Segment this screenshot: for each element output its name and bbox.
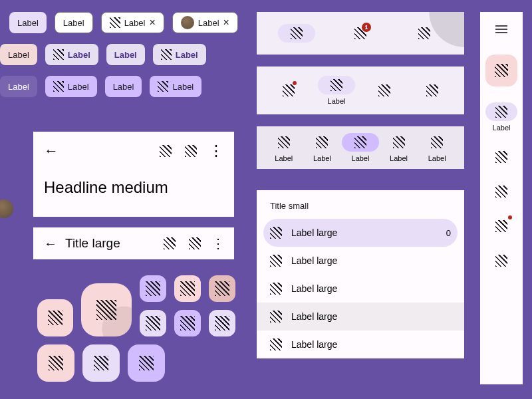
fab-icon (139, 356, 154, 370)
headline: Headline medium (33, 160, 234, 197)
nav-icon (378, 84, 390, 96)
nav-label: Label (328, 97, 346, 105)
chip[interactable]: Label (45, 76, 97, 97)
nav-icon (393, 136, 405, 148)
top-app-bar-medium: ← ⋮ Headline medium (33, 132, 234, 217)
rail-fab[interactable] (485, 55, 517, 86)
more-vert-icon[interactable]: ⋮ (203, 142, 229, 160)
nav-item[interactable]: 1 (342, 24, 379, 43)
chip[interactable]: Label (9, 12, 47, 33)
fab[interactable] (37, 299, 73, 336)
list-icon (270, 227, 282, 239)
chip-label: Label (176, 50, 198, 60)
chip[interactable]: Label (106, 44, 145, 65)
chip-label: Label (63, 18, 84, 28)
rail-item[interactable] (485, 148, 517, 166)
list-label: Label large (291, 311, 337, 322)
fab-icon (94, 356, 108, 370)
action-icon[interactable] (160, 145, 172, 157)
chip[interactable]: Label (45, 44, 98, 65)
chip[interactable]: Label (153, 44, 206, 65)
nav-item[interactable]: Label (418, 133, 456, 162)
nav-item[interactable]: Label (318, 76, 355, 105)
list-icon (270, 255, 282, 267)
nav-item[interactable] (278, 24, 315, 43)
nav-icon (278, 136, 290, 148)
chip[interactable]: Label× (172, 12, 238, 33)
rail-item[interactable] (485, 182, 517, 201)
nav-label: Label (275, 154, 293, 162)
nav-icon (495, 106, 507, 118)
close-icon[interactable]: × (149, 17, 155, 29)
navigation-drawer: Title small Label large0Label largeLabel… (257, 190, 464, 358)
close-icon[interactable]: × (223, 17, 229, 29)
back-arrow-icon[interactable]: ← (44, 236, 57, 251)
nav-icon (291, 27, 303, 39)
fab-large[interactable] (81, 283, 132, 336)
chip[interactable]: Label (55, 12, 93, 33)
nav-item[interactable]: Label (380, 133, 418, 162)
badge: 1 (362, 23, 371, 32)
chip-icon (158, 81, 168, 92)
nav-label: Label (313, 154, 331, 162)
chip[interactable]: Label× (101, 12, 164, 33)
nav-item[interactable] (366, 81, 403, 100)
chip-icon (53, 81, 64, 92)
nav-item[interactable]: Label (265, 133, 303, 162)
nav-icon (495, 255, 507, 267)
fab-icon (96, 300, 116, 320)
more-vert-icon[interactable]: ⋮ (207, 235, 229, 251)
action-icon[interactable] (164, 237, 176, 249)
fab-small[interactable] (174, 275, 201, 302)
fab[interactable] (128, 344, 165, 382)
list-label: Label large (291, 339, 337, 350)
chip-label: Label (8, 82, 29, 92)
nav-icon (426, 84, 438, 96)
back-arrow-icon[interactable]: ← (44, 142, 59, 160)
list-item[interactable]: Label large (257, 331, 464, 358)
fab-small[interactable] (140, 275, 166, 302)
action-icon[interactable] (185, 145, 197, 157)
list-item[interactable]: Label large0 (263, 219, 458, 247)
fab-small[interactable] (174, 310, 201, 336)
nav-item[interactable] (414, 81, 451, 100)
fab-small[interactable] (209, 275, 235, 302)
chip[interactable]: Label (0, 76, 37, 97)
rail-item[interactable] (485, 251, 517, 270)
chip-label: Label (114, 50, 137, 60)
menu-icon[interactable] (495, 25, 507, 33)
chip-label: Label (68, 50, 90, 60)
nav-icon (495, 186, 507, 198)
nav-icon (283, 84, 295, 96)
list-item[interactable]: Label large (257, 303, 464, 331)
action-icon[interactable] (189, 237, 201, 249)
chip-icon (53, 49, 64, 60)
navigation-bar: LabelLabelLabelLabelLabel (257, 126, 464, 169)
list-icon (270, 338, 282, 350)
nav-icon (431, 136, 443, 148)
fab-icon (48, 311, 63, 325)
fab-small[interactable] (209, 310, 235, 336)
chip-label: Label (113, 82, 134, 92)
fab-icon (146, 316, 160, 331)
chip[interactable]: Label (150, 76, 201, 97)
chip[interactable]: Label (105, 76, 142, 97)
list-item[interactable]: Label large (257, 275, 464, 303)
nav-item[interactable]: Label (303, 133, 340, 162)
nav-item[interactable] (270, 81, 307, 100)
fab[interactable] (37, 344, 74, 382)
chip-label: Label (172, 82, 194, 92)
chip[interactable]: Label (0, 44, 37, 65)
chip-label: Label (68, 82, 89, 92)
list-item[interactable]: Label large (257, 247, 464, 275)
chip-label: Label (17, 18, 39, 28)
fab-small[interactable] (140, 310, 166, 336)
rail-item[interactable] (485, 217, 517, 235)
nav-item[interactable] (406, 24, 443, 43)
chip-icon (161, 49, 172, 60)
nav-item[interactable]: Label (342, 133, 379, 162)
chip-icon (110, 17, 120, 28)
fab-icon (215, 281, 229, 296)
rail-item[interactable]: Label (485, 102, 517, 132)
fab[interactable] (82, 344, 120, 382)
